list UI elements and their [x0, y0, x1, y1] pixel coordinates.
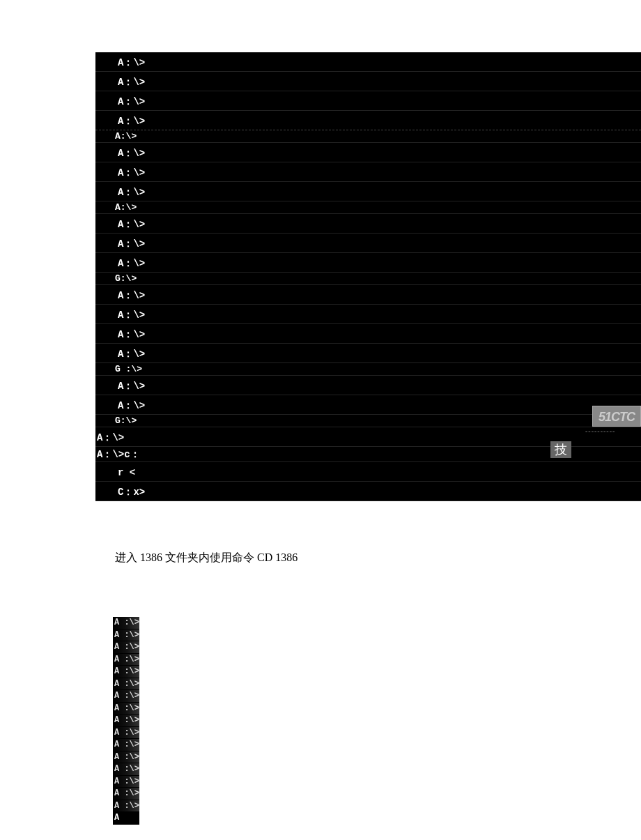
prompt-line: A :\>c :: [113, 812, 139, 825]
prompt-line: A :\>: [113, 690, 139, 703]
prompt-line: r <: [95, 462, 641, 482]
prompt-line: A :\>: [113, 788, 139, 800]
prompt-line: A：\>: [95, 395, 641, 415]
prompt-line: A：\>: [95, 214, 641, 234]
prompt-line: A :\>: [113, 678, 139, 691]
prompt-line: A：\>: [95, 91, 641, 111]
instruction-text: 进入 1386 文件夹内使用命令 CD 1386: [115, 551, 298, 565]
prompt-line: G:\>: [95, 415, 641, 427]
prompt-line: A :\>: [113, 763, 139, 776]
prompt-line: G:\>: [95, 273, 641, 285]
prompt-line: A :\>: [113, 654, 139, 666]
prompt-line: A：\>: [95, 376, 641, 395]
prompt-line: A：\>: [95, 234, 641, 253]
prompt-line: A：\>: [95, 52, 641, 72]
terminal-window-2: A :\>A :\>A :\>A :\>A :\>A :\>A :\>A :\>…: [113, 617, 139, 825]
prompt-line: A :\>: [113, 617, 139, 629]
prompt-line: C：x>: [95, 482, 641, 501]
prompt-line: A :\>: [113, 727, 139, 740]
dash-divider: ----------: [585, 427, 641, 435]
prompt-line: A :\>: [113, 739, 139, 751]
prompt-line: A：\>: [95, 111, 641, 130]
prompt-line: A：\>: [95, 182, 641, 201]
prompt-line: A :\>: [113, 641, 139, 654]
prompt-line: A :\>: [113, 751, 139, 764]
prompt-line: A：\>: [95, 143, 641, 162]
prompt-line: A：\>: [95, 344, 641, 363]
prompt-line: A:\>: [95, 130, 641, 143]
prompt-line: A：\>: [95, 253, 641, 273]
watermark-logo: 51CTC: [592, 406, 641, 427]
prompt-line: A :\>: [113, 703, 139, 715]
prompt-line: A :\>: [113, 800, 139, 813]
prompt-line: A：\>: [95, 72, 641, 91]
prompt-line: A :\>: [113, 776, 139, 788]
prompt-line: A :\>: [113, 666, 139, 678]
prompt-line: A：\>: [95, 162, 641, 182]
prompt-line: A：\>: [95, 305, 641, 324]
prompt-line: A :\>: [113, 629, 139, 642]
prompt-line: A：\>: [95, 285, 641, 305]
prompt-line: A :\>: [113, 715, 139, 727]
prompt-line: A：\>: [95, 324, 641, 344]
prompt-line: G :\>: [95, 363, 641, 376]
prompt-line: A:\>: [95, 201, 641, 214]
tech-badge: 技: [550, 441, 571, 458]
terminal-window-1: A：\>A：\>A：\>A：\>A:\>A：\>A：\>A：\>A:\>A：\>…: [95, 52, 641, 501]
